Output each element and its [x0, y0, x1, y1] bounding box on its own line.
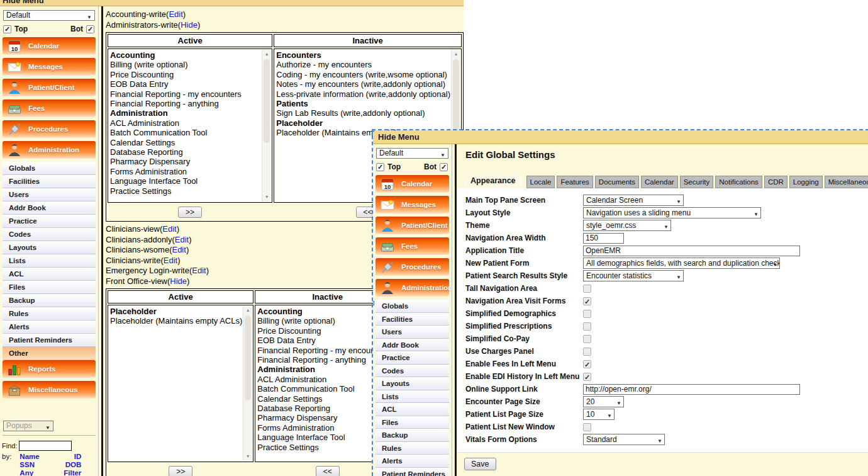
active-listbox[interactable]: PlaceholderPlaceholder (Maintains empty …: [108, 305, 253, 462]
sidebar-item-administration[interactable]: Administration: [376, 279, 449, 297]
sidebar-item-users[interactable]: Users: [376, 326, 449, 339]
sidebar-item-rules[interactable]: Rules: [376, 442, 449, 455]
checkbox-simplified-co-pay[interactable]: [583, 335, 591, 343]
acl-action-front-office-view[interactable]: Hide: [170, 276, 187, 286]
find-input[interactable]: [19, 441, 72, 451]
sidebar-item-backup[interactable]: Backup: [3, 294, 96, 307]
hide-menu-link[interactable]: Hide Menu: [3, 0, 464, 5]
move-to-inactive-button[interactable]: >>: [169, 466, 192, 476]
select-new-patient-form[interactable]: All demographics fields, with search and…: [583, 258, 780, 269]
sidebar-item-layouts[interactable]: Layouts: [3, 241, 96, 254]
list-option[interactable]: Financial Reporting - anything: [257, 355, 389, 365]
checkbox-tall-navigation-area[interactable]: [583, 285, 591, 293]
list-option[interactable]: Placeholder (Maintains empty ACLs): [110, 316, 242, 326]
scroll-thumb[interactable]: [245, 315, 251, 400]
list-option[interactable]: Price Discounting: [257, 326, 389, 336]
sidebar-item-fees[interactable]: Fees: [3, 99, 96, 117]
acl-action-clinicians-write[interactable]: Edit: [164, 256, 177, 265]
sidebar-item-messages[interactable]: Messages: [3, 58, 96, 76]
sidebar-item-procedures[interactable]: Procedures: [376, 258, 449, 276]
sidebar-item-patient-client[interactable]: Patient/Client: [376, 217, 449, 234]
checkbox-simplified-prescriptions[interactable]: [583, 322, 591, 331]
list-option[interactable]: Forms Administration: [110, 167, 261, 176]
active-listbox[interactable]: AccountingBilling (write optional)Price …: [108, 49, 272, 202]
sidebar-item-facilities[interactable]: Facilities: [376, 313, 449, 326]
list-option[interactable]: Administration: [110, 108, 261, 118]
checkbox-use-charges-panel[interactable]: [583, 348, 591, 356]
list-option[interactable]: EOB Data Entry: [257, 336, 389, 345]
sidebar-item-rules[interactable]: Rules: [3, 307, 96, 320]
acl-action-emergency-login-write[interactable]: Edit: [192, 266, 206, 275]
move-to-inactive-button[interactable]: >>: [178, 207, 202, 218]
sidebar-item-files[interactable]: Files: [376, 416, 449, 429]
bot-checkbox[interactable]: ✓: [86, 25, 94, 33]
list-option[interactable]: Encounters: [276, 50, 450, 60]
list-option[interactable]: Less-private information (write,addonly …: [276, 89, 450, 99]
list-option[interactable]: ACL Administration: [257, 375, 389, 384]
find-link-any[interactable]: Any: [19, 469, 52, 476]
list-option[interactable]: Authorize - my encounters: [276, 60, 450, 69]
find-link-name[interactable]: Name: [19, 453, 52, 460]
sidebar-item-backup[interactable]: Backup: [376, 429, 449, 442]
resize-handle-mid-left[interactable]: [372, 301, 374, 305]
scroll-down-icon[interactable]: ▼: [262, 193, 271, 201]
select-main-top-pane-screen[interactable]: Calendar Screen▼: [583, 195, 684, 206]
list-option[interactable]: Pharmacy Dispensary: [110, 157, 261, 166]
sidebar-item-patient-reminders[interactable]: Patient Reminders: [3, 334, 96, 347]
list-option[interactable]: Database Reporting: [257, 404, 389, 413]
list-option[interactable]: Language Interface Tool: [110, 176, 261, 186]
sidebar-item-calendar[interactable]: 10Calendar: [376, 175, 449, 193]
tab-locale[interactable]: Locale: [526, 176, 555, 188]
list-option[interactable]: Language Interface Tool: [257, 433, 389, 442]
sidebar-item-messages[interactable]: Messages: [376, 196, 449, 213]
bot-checkbox[interactable]: ✓: [440, 163, 448, 171]
list-option[interactable]: Placeholder: [110, 307, 242, 316]
list-option[interactable]: Forms Administration: [257, 423, 389, 433]
sidebar-item-practice[interactable]: Practice: [376, 351, 449, 365]
sidebar-item-miscellaneous[interactable]: Miscellaneous: [3, 381, 96, 399]
select-encounter-page-size[interactable]: 20▼: [583, 396, 624, 407]
find-link-filter[interactable]: Filter: [52, 469, 81, 476]
list-option[interactable]: Practice Settings: [110, 186, 261, 196]
sidebar-item-procedures[interactable]: Procedures: [3, 120, 96, 138]
list-option[interactable]: Accounting: [110, 50, 261, 60]
select-layout-style[interactable]: Navigation uses a sliding menu▼: [583, 207, 761, 218]
sidebar-item-calendar[interactable]: 10Calendar: [3, 37, 96, 55]
select-patient-list-page-size[interactable]: 10▼: [583, 409, 615, 420]
tab-cdr[interactable]: CDR: [764, 176, 787, 188]
sidebar-item-alerts[interactable]: Alerts: [376, 455, 449, 468]
list-option[interactable]: Administration: [257, 365, 389, 374]
select-theme[interactable]: style_oemr.css▼: [583, 220, 671, 231]
find-link-id[interactable]: ID: [52, 453, 81, 460]
checkbox-enable-edi-history-in-left-menu[interactable]: ✓: [583, 373, 591, 381]
list-option[interactable]: Price Discounting: [110, 70, 261, 79]
sidebar-item-lists[interactable]: Lists: [376, 390, 449, 404]
sidebar-item-files[interactable]: Files: [3, 281, 96, 294]
profile-select[interactable]: Default▼: [3, 10, 95, 21]
list-option[interactable]: Pharmacy Dispensary: [257, 413, 389, 422]
scroll-thumb[interactable]: [264, 59, 270, 143]
scroll-down-icon[interactable]: ▼: [243, 452, 252, 461]
sidebar-item-codes[interactable]: Codes: [376, 365, 449, 378]
tab-documents[interactable]: Documents: [595, 176, 639, 188]
sidebar-item-addr-book[interactable]: Addr Book: [3, 201, 96, 215]
sidebar-item-globals[interactable]: Globals: [3, 162, 96, 175]
list-option[interactable]: Patients: [276, 99, 450, 108]
list-option[interactable]: ACL Administration: [110, 118, 261, 128]
sidebar-item-layouts[interactable]: Layouts: [376, 377, 449, 390]
acl-action-clinicians-wsome[interactable]: Edit: [172, 245, 186, 254]
list-option[interactable]: Financial Reporting - my encounters: [110, 89, 261, 99]
input-online-support-link[interactable]: [583, 384, 800, 395]
sidebar-item-codes[interactable]: Codes: [3, 228, 96, 241]
checkbox-patient-list-new-window[interactable]: [583, 423, 591, 431]
list-option[interactable]: Practice Settings: [257, 443, 389, 452]
sidebar-item-patient-reminders[interactable]: Patient Reminders: [376, 468, 449, 476]
find-link-ssn[interactable]: SSN: [19, 461, 52, 468]
checkbox-simplified-demographics[interactable]: [583, 310, 591, 318]
tab-security[interactable]: Security: [680, 176, 714, 188]
hide-menu-link[interactable]: Hide Menu: [378, 132, 420, 142]
sidebar-item-reports[interactable]: Reports: [3, 360, 96, 378]
scroll-up-icon[interactable]: ▲: [243, 306, 252, 315]
acl-action-accounting-write[interactable]: Edit: [169, 9, 182, 19]
sidebar-item-users[interactable]: Users: [3, 188, 96, 201]
